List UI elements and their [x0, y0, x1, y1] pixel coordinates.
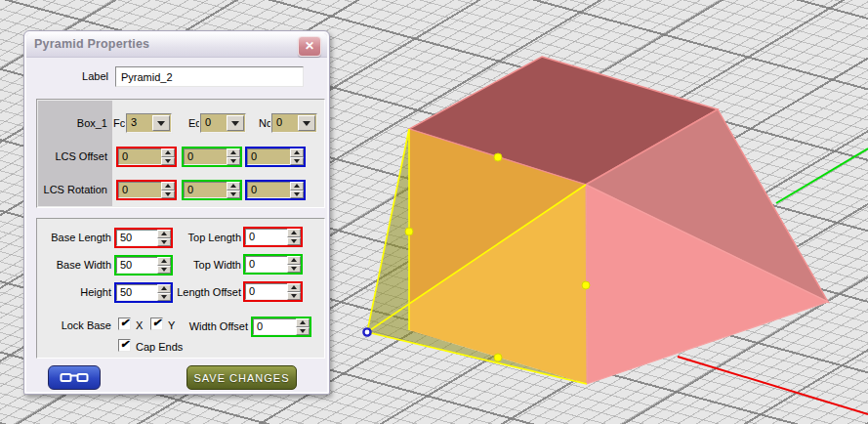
checkmark-icon [120, 317, 129, 329]
spinner-buttons [227, 148, 240, 165]
spin-down-icon[interactable] [157, 238, 171, 247]
spinner-value: 0 [122, 184, 128, 195]
nd-dropdown[interactable]: 0 [271, 113, 317, 133]
label-input[interactable] [115, 66, 304, 87]
label-field-label: Label [54, 70, 108, 82]
top-width-spinner[interactable]: 0 [243, 254, 303, 275]
dropdown-arrow-icon[interactable] [227, 115, 244, 131]
spin-down-icon[interactable] [287, 265, 301, 274]
base-length-spinner[interactable]: 50 [114, 228, 173, 248]
dialog-title: Pyramid Properties [34, 37, 149, 51]
lcs-offset-y-spinner[interactable]: 0 [182, 147, 242, 167]
checkmark-icon [120, 338, 129, 351]
spinner-value: 0 [257, 320, 263, 332]
top-length-spinner[interactable]: 0 [243, 227, 303, 247]
vertex-handle[interactable] [405, 228, 413, 235]
lcs-group-box: Box_1 Fc 3 Ed 0 Nd 0 LCS Offset 0 0 [36, 99, 325, 208]
nd-value: 0 [276, 116, 282, 128]
length-offset-spinner[interactable]: 0 [243, 281, 303, 302]
spinner-buttons [157, 230, 171, 246]
spin-down-icon[interactable] [161, 191, 175, 199]
lock-base-x-label: X [136, 319, 143, 331]
spin-down-icon[interactable] [296, 327, 310, 336]
dropdown-arrow-icon[interactable] [298, 115, 315, 131]
spin-up-icon[interactable] [287, 229, 301, 237]
lcs-rotation-y-spinner[interactable]: 0 [182, 180, 242, 200]
spinner-value: 0 [251, 150, 257, 162]
spin-up-icon[interactable] [227, 182, 240, 191]
view-button[interactable] [48, 365, 101, 390]
save-changes-button[interactable]: SAVE CHANGES [186, 365, 297, 390]
top-length-label: Top Length [173, 232, 241, 243]
close-button[interactable]: ✕ [298, 36, 321, 57]
spin-down-icon[interactable] [157, 266, 171, 275]
spin-down-icon[interactable] [227, 157, 240, 166]
spin-down-icon[interactable] [287, 292, 301, 301]
spinner-buttons [287, 229, 301, 245]
spin-down-icon[interactable] [227, 191, 240, 199]
fc-dropdown[interactable]: 3 [126, 113, 172, 133]
lcs-rotation-z-spinner[interactable]: 0 [245, 180, 306, 200]
lock-base-y-checkbox[interactable] [150, 318, 163, 330]
spinner-value: 50 [120, 286, 132, 298]
spin-down-icon[interactable] [290, 157, 304, 166]
base-width-spinner[interactable]: 50 [114, 255, 173, 276]
width-offset-spinner[interactable]: 0 [251, 317, 311, 337]
spin-up-icon[interactable] [287, 256, 301, 265]
spin-down-icon[interactable] [161, 157, 175, 166]
glasses-icon [60, 371, 89, 385]
cap-ends-label: Cap Ends [136, 341, 183, 353]
cap-ends-checkbox[interactable] [118, 339, 131, 352]
vertex-handle[interactable] [494, 354, 502, 361]
close-icon: ✕ [305, 39, 314, 53]
lcs-offset-label: LCS Offset [43, 150, 107, 162]
spin-up-icon[interactable] [287, 283, 301, 292]
fc-label: Fc [113, 117, 125, 129]
y-axis-line [776, 148, 868, 203]
fc-value: 3 [131, 116, 137, 128]
height-label: Height [41, 286, 111, 298]
spin-up-icon[interactable] [157, 230, 171, 238]
spinner-value: 0 [249, 285, 255, 297]
length-offset-label: Length Offset [163, 286, 241, 298]
lcs-offset-z-spinner[interactable]: 0 [245, 147, 306, 167]
lock-base-label: Lock Base [41, 319, 111, 331]
spin-up-icon[interactable] [290, 182, 304, 191]
lock-base-x-checkbox[interactable] [118, 318, 131, 330]
spinner-buttons [161, 182, 175, 198]
spin-up-icon[interactable] [290, 148, 304, 157]
spinner-buttons [157, 257, 171, 274]
spinner-value: 0 [249, 258, 255, 270]
x-axis-line [678, 357, 868, 414]
spin-down-icon[interactable] [290, 191, 304, 199]
lcs-rotation-x-spinner[interactable]: 0 [116, 180, 177, 200]
nd-label: Nd [259, 117, 272, 129]
dropdown-arrow-icon[interactable] [152, 115, 170, 131]
spin-up-icon[interactable] [227, 148, 240, 157]
origin-marker[interactable] [363, 328, 370, 335]
box-name-label: Box_1 [43, 117, 107, 129]
spinner-buttons [161, 148, 175, 165]
width-offset-label: Width Offset [178, 320, 248, 332]
lcs-offset-x-spinner[interactable]: 0 [116, 147, 177, 167]
spin-up-icon[interactable] [296, 318, 310, 327]
spinner-value: 50 [120, 259, 132, 271]
spinner-buttons [290, 182, 304, 198]
lock-base-y-label: Y [168, 319, 175, 331]
spin-down-icon[interactable] [287, 237, 301, 246]
spinner-buttons [287, 256, 301, 273]
vertex-handle[interactable] [494, 153, 502, 161]
ed-value: 0 [205, 116, 211, 128]
ed-dropdown[interactable]: 0 [200, 113, 246, 133]
dimensions-group-box: Base Length 50 Top Length 0 Base Width 5… [36, 218, 325, 359]
spin-up-icon[interactable] [161, 148, 175, 157]
spin-up-icon[interactable] [161, 182, 175, 191]
spinner-buttons [287, 283, 301, 300]
spinner-value: 0 [251, 184, 257, 195]
checkmark-icon [152, 317, 161, 329]
dialog-titlebar[interactable]: Pyramid Properties ✕ [26, 33, 327, 58]
vertex-handle[interactable] [582, 281, 590, 289]
spinner-value: 50 [120, 232, 132, 243]
spinner-value: 0 [249, 231, 255, 242]
spin-up-icon[interactable] [157, 257, 171, 266]
